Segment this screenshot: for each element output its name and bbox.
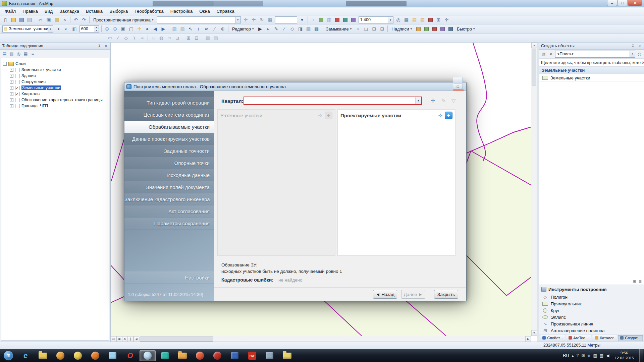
layer-checkbox[interactable] [15, 74, 19, 78]
georef-link-table-icon[interactable]: ▦ [266, 16, 274, 23]
layer-label[interactable]: Обозначение характерных точек границы [21, 98, 103, 102]
arctoolbox-tab[interactable]: ArcToo... [566, 335, 591, 341]
menubar-item[interactable]: Окна [196, 8, 213, 15]
antivirus-icon[interactable]: ◈ [587, 353, 590, 358]
editor-layer-combo[interactable]: ▤Земельные_участки▼ [2, 25, 53, 33]
georef-more-icon[interactable]: ▾ [299, 16, 306, 23]
georeferencing-menu[interactable]: Пространственная привязка▾ [91, 16, 156, 23]
layer-label[interactable]: Сооружения [21, 79, 46, 84]
close-icon[interactable]: × [642, 60, 644, 65]
copy-icon[interactable]: ▣ [45, 16, 52, 23]
save-icon[interactable] [18, 16, 25, 23]
edit-arrow-icon[interactable]: ▶ [257, 25, 264, 33]
label-weight-icon[interactable] [423, 25, 430, 33]
expand-icon[interactable]: + [10, 74, 13, 78]
autocomplete-polygon-tool[interactable]: ⊞Автозавершение полигона [539, 327, 644, 334]
chrome-icon[interactable] [52, 350, 68, 361]
horizontal-scroll-thumb[interactable] [140, 337, 213, 342]
split-tool-icon[interactable]: ∕ [281, 25, 288, 33]
advanced-edit-icon-1[interactable]: ▭ [106, 34, 114, 42]
templates-hint-row[interactable]: Щелкните здесь, чтобы просмотреть шаблон… [539, 58, 644, 67]
dialog-tab-11[interactable]: Параметры сохранения [124, 218, 214, 230]
add-designed-parcel-button[interactable]: + [445, 112, 452, 119]
dialog-titlebar[interactable]: Построитель межевого плана - Образование… [124, 82, 466, 91]
advanced-edit-icon-8[interactable]: ▱ [166, 34, 173, 42]
dialog-minimize-button[interactable]: – [453, 77, 463, 83]
table-window-icon[interactable]: ▥ [326, 16, 333, 23]
back-extent-icon[interactable]: ◀ [152, 25, 159, 33]
network-icon[interactable]: ▦ [600, 353, 603, 358]
kvartal-combo[interactable]: ▼ [244, 97, 422, 105]
fixed-zoom-in-icon[interactable]: ▣ [119, 25, 127, 33]
clear-selection-icon[interactable]: ▨ [179, 25, 186, 33]
dialog-tab-1[interactable]: Тип кадастровой операции [124, 97, 214, 109]
dialog-tab-2[interactable]: Целевая система координат [124, 109, 214, 121]
dialog-tab-9[interactable]: Заключение кадастрового инженера [124, 193, 214, 205]
scroll-right-icon[interactable]: ▶ [525, 336, 531, 342]
close-dialog-button[interactable]: Закрыть [434, 290, 458, 299]
forward-extent-icon[interactable]: ▶ [160, 25, 167, 33]
update-icon[interactable]: ▥ [593, 353, 597, 358]
undo-icon[interactable]: ↶ [72, 16, 79, 23]
menubar-item[interactable]: Вид [41, 8, 56, 15]
label-view-icon[interactable] [431, 25, 438, 33]
arctoolbox-icon[interactable] [334, 16, 341, 23]
menubar-item[interactable]: Файл [1, 8, 19, 15]
viewer-window-icon[interactable]: ▦ [403, 16, 410, 23]
dialog-tab-5[interactable]: Заданные точности [124, 145, 214, 157]
layer-checkbox[interactable] [15, 104, 19, 108]
dialog-tab-settings[interactable]: Настройки [124, 272, 214, 284]
documents-folder-icon[interactable] [174, 350, 191, 361]
list-view-icon[interactable]: ⊟ [638, 279, 643, 284]
dialog-tab-10[interactable]: Акт согласования [124, 205, 214, 218]
redo-icon[interactable]: ↷ [80, 16, 88, 23]
advanced-edit-icon-2[interactable]: ∕ [114, 34, 122, 42]
browser-icon[interactable] [192, 350, 208, 361]
crosshair-icon[interactable]: ✛ [438, 113, 442, 119]
list-by-selection-icon[interactable]: ▦ [22, 51, 29, 57]
expand-icon[interactable]: + [10, 86, 13, 90]
cut-polygons-icon[interactable]: ◨ [297, 25, 304, 33]
pan-icon[interactable]: ✛ [136, 25, 143, 33]
crosshair-tool-icon[interactable]: ✛ [443, 16, 450, 23]
edit-annotation-icon[interactable]: ▸ [265, 25, 272, 33]
advanced-edit-icon-13[interactable]: ▨ [212, 34, 219, 42]
advanced-edit-icon-12[interactable]: ▧ [204, 34, 211, 42]
dialog-tab-8[interactable]: Значения полей документа [124, 181, 214, 193]
firefox-icon[interactable] [87, 350, 103, 361]
close-button[interactable]: × [628, 0, 642, 6]
map-scale-combo[interactable]: 1:400▼ [359, 16, 393, 23]
advanced-edit-icon-11[interactable]: ⊟ [193, 34, 200, 42]
advanced-edit-icon-7[interactable]: ◍ [158, 34, 165, 42]
zoom-in-icon[interactable]: ⊕ [103, 25, 111, 33]
dialog-tab-7[interactable]: Исходные данные [124, 169, 214, 181]
show-desktop-button[interactable] [639, 349, 643, 362]
search-magnifier-icon[interactable] [140, 350, 156, 361]
attributes-icon[interactable]: ▤ [305, 25, 312, 33]
toc-options-icon[interactable]: ≡ [30, 51, 36, 57]
advanced-edit-icon-10[interactable]: ⊞ [185, 34, 192, 42]
chevron-down-icon[interactable]: ▾ [630, 51, 635, 57]
zoom-out-icon[interactable]: ⊖ [111, 25, 119, 33]
chevron-down-icon[interactable]: ▼ [415, 97, 421, 104]
dialog-tab-6[interactable]: Опорные точки [124, 157, 214, 169]
georef-shift-icon[interactable]: ✛ [242, 16, 250, 23]
vertical-scroll-thumb[interactable] [532, 49, 536, 85]
sketch-properties-icon[interactable]: ▦ [313, 25, 320, 33]
snap-point-icon[interactable]: ▫ [354, 25, 362, 33]
magnifier-window-icon[interactable]: ◎ [395, 16, 402, 23]
cut-icon[interactable]: ✂ [37, 16, 44, 23]
snapping-menu[interactable]: Замыкание▾ [324, 25, 354, 33]
help-icon[interactable]: ? [577, 353, 579, 358]
scroll-up-icon[interactable]: ▲ [531, 43, 537, 48]
close-icon[interactable]: × [104, 44, 108, 48]
dialog-maximize-button[interactable]: □ [453, 83, 463, 89]
map-vertical-scrollbar[interactable]: ▲ ▼ [531, 43, 537, 336]
clock[interactable]: 9:56 12.02.2015 [614, 351, 634, 361]
effects-icon[interactable]: ◧ [71, 25, 78, 33]
identify-icon[interactable]: i [195, 25, 202, 33]
expand-icon[interactable]: + [10, 68, 13, 72]
editor-menu[interactable]: Редактор▾ [230, 25, 256, 33]
layer-label[interactable]: Граница_ЧГП [21, 104, 48, 108]
layer-checkbox[interactable] [15, 80, 19, 84]
